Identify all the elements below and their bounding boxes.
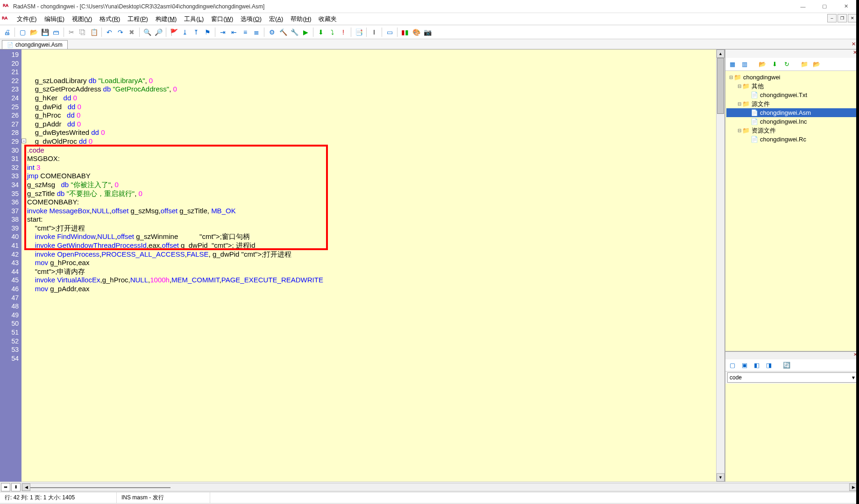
outdent-icon[interactable]: ⇤ [229,27,239,37]
menu-文件[interactable]: 文件(F) [13,14,41,24]
prop-view4-icon[interactable]: ◨ [764,360,774,371]
dialog-icon[interactable]: ▭ [384,27,395,37]
remove-file-icon[interactable]: 📂 [811,59,822,70]
bookmark-prev-icon[interactable]: ⤒ [191,27,201,37]
tree-node-资源文件[interactable]: ⊟📁资源文件 [726,126,858,135]
scroll-left-icon[interactable]: ◀ [22,483,30,491]
add-file-icon[interactable]: 📁 [799,59,809,70]
expand-icon[interactable]: ⊟ [737,128,742,133]
mdi-restore-button[interactable]: ❐ [838,14,847,22]
menu-帮助[interactable]: 帮助(H) [287,14,315,24]
resource-icon[interactable]: 📑 [354,27,364,37]
scroll-thumb[interactable] [717,58,724,114]
save-project-icon[interactable]: ⬇ [769,59,780,70]
comment-icon[interactable]: ≡ [240,27,250,37]
scroll-down-icon[interactable]: ▼ [717,473,724,482]
prop-refresh-icon[interactable]: 🔄 [781,360,792,371]
expand-icon[interactable]: ⊟ [737,84,742,89]
code-area[interactable]: g_szLoadLibrary db "LoadLibraryA", 0 g_s… [27,49,716,482]
chevron-down-icon: ▾ [852,374,855,381]
view-files-icon[interactable]: ▥ [739,59,750,70]
status-spacer [210,492,859,503]
open-project-icon[interactable]: 📂 [757,59,767,70]
file-icon: 📄 [751,118,759,125]
debug-go-icon[interactable]: ⬇ [316,27,326,37]
paste-icon[interactable]: 📋 [89,27,99,37]
menu-窗口[interactable]: 窗口(W) [207,14,237,24]
open-file-icon[interactable]: 📂 [28,27,39,37]
maximize-button[interactable]: ▢ [818,2,831,11]
tree-node-chongdingwei.Inc[interactable]: 📄chongdingwei.Inc [726,117,858,126]
properties-body [725,384,859,482]
copy-icon[interactable]: ⿻ [78,27,88,37]
refresh-icon[interactable]: ↻ [781,59,792,70]
expand-icon[interactable]: ⊟ [728,75,734,80]
properties-combo[interactable]: code ▾ [727,372,857,383]
text-cursor-icon[interactable]: I [369,27,379,37]
vertical-scrollbar[interactable]: ▲ ▼ [716,49,724,482]
menu-宏[interactable]: 宏(A) [265,14,287,24]
bookmark-next-icon[interactable]: ⤓ [180,27,190,37]
main-toolbar: 🖨 ▢ 📂 💾 🗃 ✂ ⿻ 📋 ↶ ↷ ✖ 🔍 🔎 🚩 ⤓ ⤒ ⚑ ⇥ ⇤ ≡ … [0,25,859,39]
mdi-minimize-button[interactable]: – [827,14,837,22]
menu-工程[interactable]: 工程(P) [124,14,151,24]
tree-node-chongdingwei[interactable]: ⊟📁chongdingwei [726,73,858,82]
undo-icon[interactable]: ↶ [104,27,114,37]
menu-视图[interactable]: 视图(V) [68,14,96,24]
tree-node-chongdingwei.Txt[interactable]: 📄chongdingwei.Txt [726,91,858,99]
run-icon[interactable]: ▶ [300,27,311,37]
scroll-up-icon[interactable]: ▲ [717,49,724,58]
menu-收藏夹[interactable]: 收藏夹 [315,14,341,24]
horizontal-scrollbar[interactable]: ◀ ▶ [21,483,858,491]
bookmark-toggle-icon[interactable]: 🚩 [169,27,179,37]
redo-icon[interactable]: ↷ [115,27,126,37]
debug-stop-icon[interactable]: ! [338,27,348,37]
rebuild-icon[interactable]: 🔧 [289,27,299,37]
expand-icon[interactable]: ⊟ [737,101,742,106]
uncomment-icon[interactable]: ≣ [251,27,262,37]
bookmark-clear-icon[interactable]: ⚑ [202,27,213,37]
window-buttons: — ▢ ✕ [796,2,852,11]
split-v-icon[interactable]: ⬍ [11,483,21,491]
assemble-icon[interactable]: ⚙ [267,27,277,37]
hscroll-thumb[interactable] [30,487,170,488]
tab-chongdingwei-asm[interactable]: 📄 chongdingwei.Asm [2,40,68,49]
palette-icon[interactable]: 🎨 [411,27,421,37]
delete-icon[interactable]: ✖ [127,27,137,37]
menu-格式[interactable]: 格式(R) [96,14,124,24]
colors-icon[interactable]: ▮▮ [400,27,410,37]
mdi-close-button[interactable]: ✕ [848,14,857,22]
minimize-button[interactable]: — [796,2,809,11]
debug-step-icon[interactable]: ⤵ [327,27,337,37]
menu-工具[interactable]: 工具(L) [180,14,207,24]
tree-node-chongdingwei.Asm[interactable]: 📄chongdingwei.Asm [726,108,858,117]
save-all-icon[interactable]: 🗃 [51,27,61,37]
new-file-icon[interactable]: ▢ [17,27,28,37]
fold-toggle-icon[interactable]: − [21,139,26,143]
menu-编辑[interactable]: 编辑(E) [41,14,68,24]
tree-label: chongdingwei.Asm [759,109,811,116]
find-replace-icon[interactable]: 🔎 [153,27,163,37]
project-tree[interactable]: ⊟📁chongdingwei⊟📁其他📄chongdingwei.Txt⊟📁源文件… [725,71,859,351]
save-icon[interactable]: 💾 [40,27,50,37]
tree-node-源文件[interactable]: ⊟📁源文件 [726,99,858,108]
find-icon[interactable]: 🔍 [142,27,152,37]
split-h-icon[interactable]: ⬌ [1,483,10,491]
menu-构建[interactable]: 构建(M) [152,14,181,24]
editor[interactable]: 1920212223242526272829303132333435363738… [0,49,724,482]
view-project-icon[interactable]: ▦ [727,59,738,70]
prop-view1-icon[interactable]: ▢ [727,360,738,371]
cut-icon[interactable]: ✂ [66,27,77,37]
indent-icon[interactable]: ⇥ [218,27,228,37]
prop-view2-icon[interactable]: ▣ [739,360,750,371]
close-button[interactable]: ✕ [839,2,852,11]
tree-label: 资源文件 [751,126,776,135]
tree-node-chongdingwei.Rc[interactable]: 📄chongdingwei.Rc [726,135,858,144]
tree-node-其他[interactable]: ⊟📁其他 [726,82,858,91]
print-icon[interactable]: 🖨 [2,27,12,37]
build-icon[interactable]: 🔨 [278,27,288,37]
camera-icon[interactable]: 📷 [422,27,433,37]
menu-选项[interactable]: 选项(O) [237,14,265,24]
prop-view3-icon[interactable]: ◧ [752,360,762,371]
tree-label: chongdingwei.Rc [759,136,806,143]
